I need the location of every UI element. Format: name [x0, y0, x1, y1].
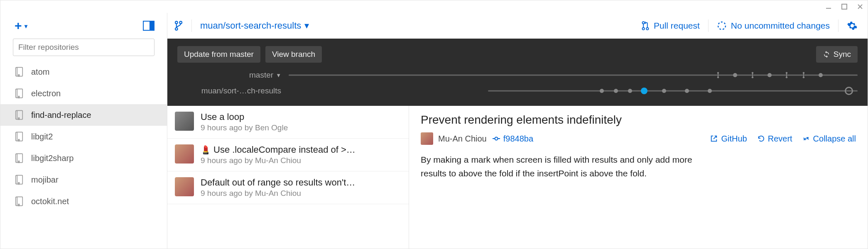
- commit-item-meta: 9 hours ago by Mu-An Chiou: [201, 189, 401, 198]
- divider: [708, 20, 709, 32]
- repo-name: mojibar: [31, 175, 59, 185]
- pull-request-button[interactable]: Pull request: [641, 21, 700, 31]
- svg-point-12: [179, 21, 182, 24]
- revert-button[interactable]: Revert: [757, 134, 792, 144]
- open-github-button[interactable]: GitHub: [710, 134, 747, 144]
- repo-icon: [15, 196, 24, 207]
- sidebar-repo-item[interactable]: find-and-replace: [0, 104, 167, 126]
- panel-toggle-button[interactable]: [143, 21, 154, 31]
- svg-rect-1: [842, 4, 847, 9]
- commit-icon: [493, 136, 500, 142]
- svg-point-11: [175, 21, 178, 24]
- svg-point-28: [803, 76, 804, 78]
- pull-request-icon: [641, 21, 650, 31]
- svg-rect-8: [18, 161, 20, 163]
- close-button[interactable]: [856, 2, 864, 11]
- sidebar-repo-item[interactable]: mojibar: [0, 169, 167, 190]
- view-branch-button[interactable]: View branch: [265, 46, 322, 63]
- repo-icon: [15, 66, 24, 77]
- commit-sha-link[interactable]: f9848ba: [493, 134, 533, 144]
- commit-detail: Prevent rendering elements indefinitely …: [409, 106, 868, 249]
- filter-repos-input[interactable]: [13, 39, 154, 56]
- svg-point-14: [642, 22, 645, 24]
- svg-rect-5: [18, 96, 20, 98]
- svg-point-27: [803, 72, 804, 73]
- commit-item-title: Default out of range so results won't…: [201, 177, 401, 188]
- divider: [191, 20, 192, 32]
- changes-indicator[interactable]: No uncommitted changes: [717, 21, 830, 31]
- emoji-icon: 💄: [201, 145, 211, 155]
- repo-list: atom electron find-and-replace libgit2: [0, 61, 167, 249]
- repo-name: find-and-replace: [31, 110, 91, 120]
- sync-icon: [823, 51, 830, 58]
- sidebar-repo-item[interactable]: libgit2sharp: [0, 147, 167, 169]
- avatar: [175, 177, 194, 196]
- svg-point-19: [717, 76, 719, 78]
- sidebar-repo-item[interactable]: libgit2: [0, 126, 167, 147]
- chevron-down-icon: ▾: [25, 23, 27, 29]
- commit-title: Prevent rendering elements indefinitely: [421, 113, 856, 127]
- repo-name: atom: [31, 67, 49, 77]
- avatar: [175, 112, 194, 131]
- svg-point-17: [718, 22, 726, 29]
- commit-item[interactable]: Default out of range so results won't… 9…: [167, 171, 409, 204]
- repo-dropdown[interactable]: muan/sort-search-results ▾: [200, 20, 309, 31]
- repo-name: electron: [31, 89, 61, 98]
- window-titlebar: [0, 0, 868, 13]
- settings-button[interactable]: [847, 20, 858, 31]
- lane-master: master ▼: [177, 69, 858, 81]
- svg-rect-7: [18, 139, 20, 142]
- avatar: [421, 132, 433, 145]
- repo-icon: [15, 88, 24, 99]
- commit-item[interactable]: 💄 Use .localeCompare instead of >… 9 hou…: [167, 139, 409, 171]
- lane-track-branch[interactable]: [289, 90, 858, 92]
- sidebar-repo-item[interactable]: electron: [0, 83, 167, 104]
- add-repo-button[interactable]: + ▾: [15, 19, 27, 33]
- maximize-button[interactable]: [840, 2, 848, 11]
- sidebar-repo-item[interactable]: atom: [0, 61, 167, 83]
- update-from-master-button[interactable]: Update from master: [177, 46, 260, 63]
- svg-rect-10: [18, 204, 20, 206]
- lane-track-master[interactable]: [289, 74, 858, 76]
- repo-icon: [15, 153, 24, 164]
- commit-item-title: 💄 Use .localeCompare instead of >…: [201, 144, 401, 155]
- svg-rect-4: [18, 74, 20, 77]
- sidebar: + ▾ atom electron: [0, 13, 167, 249]
- repo-icon: [15, 131, 24, 142]
- branch-icon: [174, 20, 183, 31]
- svg-point-18: [717, 72, 719, 73]
- external-link-icon: [710, 135, 718, 142]
- svg-point-21: [751, 72, 753, 73]
- collapse-all-button[interactable]: Collapse all: [802, 134, 856, 144]
- commit-item-meta: 9 hours ago by Mu-An Chiou: [201, 156, 401, 165]
- svg-rect-9: [18, 182, 20, 185]
- svg-point-13: [175, 28, 178, 30]
- sync-button[interactable]: Sync: [816, 46, 858, 63]
- svg-point-25: [786, 76, 787, 78]
- repo-path: muan/sort-search-results: [200, 20, 301, 31]
- sidebar-repo-item[interactable]: octokit.net: [0, 190, 167, 212]
- branch-graph: Update from master View branch Sync mast…: [167, 39, 868, 106]
- plus-icon: +: [15, 19, 22, 33]
- collapse-icon: [802, 135, 810, 142]
- svg-point-15: [642, 28, 645, 30]
- commit-item-title: Use a loop: [201, 112, 401, 122]
- repo-name: libgit2sharp: [31, 154, 74, 163]
- changes-icon: [717, 21, 727, 31]
- commit-item-meta: 9 hours ago by Ben Ogle: [201, 123, 401, 132]
- chevron-down-icon: ▼: [276, 72, 281, 78]
- svg-point-30: [495, 137, 498, 140]
- lane-branch: muan/sort-…ch-results: [177, 85, 858, 97]
- avatar: [175, 144, 194, 164]
- commit-list: Use a loop 9 hours ago by Ben Ogle 💄 Use…: [167, 106, 409, 249]
- commit-item[interactable]: Use a loop 9 hours ago by Ben Ogle: [167, 106, 409, 139]
- revert-icon: [757, 135, 765, 142]
- minimize-button[interactable]: [824, 2, 833, 11]
- chevron-down-icon: ▾: [304, 20, 309, 31]
- repo-name: octokit.net: [31, 197, 69, 206]
- svg-point-24: [786, 72, 787, 73]
- header-bar: muan/sort-search-results ▾ Pull request: [167, 13, 868, 39]
- commit-author: Mu-An Chiou: [421, 132, 487, 145]
- commit-body: By making a mark when screen is filled w…: [421, 153, 711, 180]
- svg-rect-6: [18, 117, 20, 120]
